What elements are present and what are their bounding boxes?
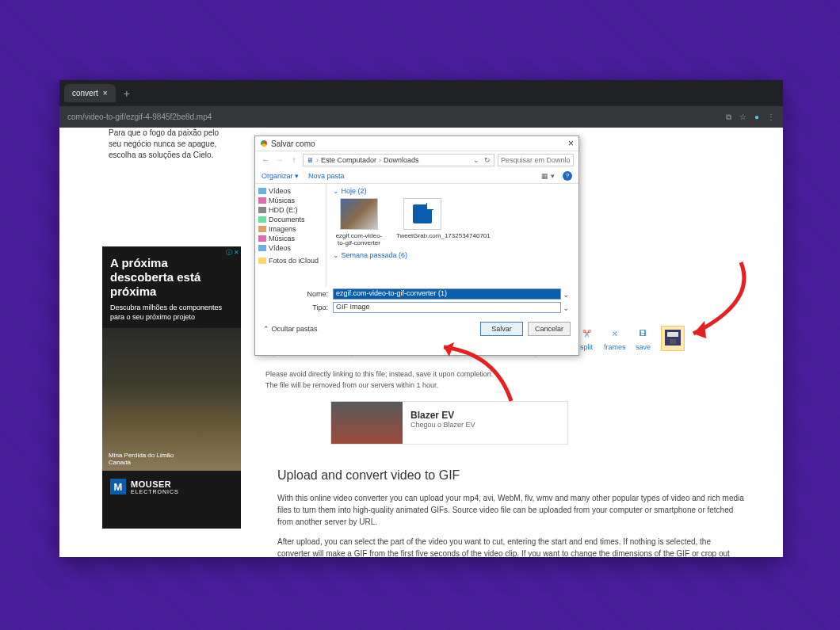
- tree-hdd[interactable]: HDD (E:): [258, 205, 323, 215]
- file-note: Please avoid directly linking to this fi…: [265, 369, 493, 391]
- dialog-title: Salvar como: [271, 139, 315, 148]
- search-input[interactable]: [498, 154, 574, 166]
- cancel-button[interactable]: Cancelar: [528, 322, 571, 336]
- article-heading: Upload and convert video to GIF: [277, 468, 745, 483]
- pc-icon: 🖥: [307, 156, 314, 164]
- file-thumb-icon: [340, 198, 378, 230]
- ad-headline: A próxima descoberta está próxima: [102, 246, 241, 304]
- annotation-arrow-save-tool: [678, 262, 757, 345]
- page-content: Para que o fogo da paixão pelo seu negóc…: [59, 128, 783, 557]
- group-today[interactable]: ⌄ Hoje (2): [333, 187, 572, 195]
- browser-tab[interactable]: convert ×: [64, 84, 116, 102]
- tool-cut[interactable]: ✂️split: [578, 326, 594, 351]
- article: Upload and convert video to GIF With thi…: [277, 468, 745, 557]
- help-icon[interactable]: ?: [563, 171, 572, 181]
- mid-ad-title: Blazer EV: [410, 410, 475, 421]
- split-icon: ⤭: [607, 326, 623, 342]
- article-p1: With this online video converter you can…: [277, 492, 745, 528]
- new-tab-button[interactable]: +: [124, 87, 130, 100]
- group-last-week[interactable]: ⌄ Semana passada (6): [333, 251, 572, 259]
- folder-tree: Vídeos Músicas HDD (E:) Documents Imagen…: [255, 184, 326, 287]
- new-folder-button[interactable]: Nova pasta: [308, 172, 345, 180]
- inline-ad[interactable]: Blazer EV Chegou o Blazer EV: [330, 401, 568, 445]
- up-arrow-icon[interactable]: ↑: [288, 155, 300, 164]
- url-bar: com/video-to-gif/ezgif-4-9845f2be8d.mp4 …: [59, 106, 783, 128]
- browser-window: convert × + com/video-to-gif/ezgif-4-984…: [59, 80, 783, 557]
- top-ad-copy: Para que o fogo da paixão pelo seu negóc…: [109, 128, 219, 161]
- ad-brand-sub: ELECTRONICS: [131, 489, 179, 494]
- chrome-icon: [260, 139, 268, 147]
- filename-input[interactable]: ezgif.com-video-to-gif-converter (1): [333, 288, 561, 300]
- save-button[interactable]: Salvar: [480, 322, 523, 336]
- tab-bar: convert × +: [59, 80, 783, 106]
- file-thumb-icon: [403, 198, 441, 230]
- file-item-1[interactable]: ezgif.com-video-to-gif-converter: [333, 198, 385, 246]
- forward-arrow-icon[interactable]: →: [274, 155, 285, 164]
- ad-logo: M MOUSER ELECTRONICS: [102, 471, 241, 502]
- dialog-title-bar: Salvar como ×: [255, 136, 578, 151]
- file-list: ⌄ Hoje (2) ezgif.com-video-to-gif-conver…: [326, 184, 578, 287]
- frames-icon: 🎞: [636, 326, 651, 342]
- close-icon[interactable]: ×: [568, 138, 574, 149]
- tree-music[interactable]: Músicas: [258, 196, 323, 205]
- ad-subtext: Descubra milhões de componentes para o s…: [102, 304, 241, 322]
- tree-videos-2[interactable]: Vídeos: [258, 243, 323, 253]
- mouser-logo-icon: M: [110, 479, 126, 494]
- mid-ad-sub: Chegou o Blazer EV: [410, 421, 475, 429]
- close-icon[interactable]: ×: [103, 89, 108, 97]
- dialog-toolbar: Organizar ▾ Nova pasta ▦ ▾ ?: [255, 168, 578, 184]
- dialog-nav: ← → ↑ 🖥 › Este Computador › Downloads ⌄ …: [255, 151, 578, 168]
- ad-caption: Mina Perdida do Limão Canadá: [109, 452, 174, 466]
- article-p2: After upload, you can select the part of…: [277, 536, 745, 557]
- ad-brand: MOUSER: [131, 479, 179, 489]
- tab-title: convert: [72, 89, 98, 97]
- ad-image: Mina Perdida do Limão Canadá: [102, 328, 241, 471]
- tool-split[interactable]: ⤭frames: [604, 326, 626, 351]
- tree-images[interactable]: Imagens: [258, 224, 323, 234]
- type-label: Tipo:: [295, 304, 333, 311]
- breadcrumb[interactable]: 🖥 › Este Computador › Downloads ⌄ ↻: [303, 154, 494, 166]
- back-arrow-icon[interactable]: ←: [260, 155, 271, 164]
- bookmark-icon[interactable]: ☆: [739, 113, 746, 121]
- ad-car-image: [331, 402, 403, 444]
- toolbar-right: ✂️split ⤭frames 🎞save: [578, 326, 685, 351]
- sidebar-ad[interactable]: ⓘ ✕ A próxima descoberta está próxima De…: [102, 246, 241, 529]
- refresh-icon[interactable]: ↻: [484, 156, 491, 164]
- menu-icon[interactable]: ⋮: [767, 113, 775, 121]
- ad-info-icon[interactable]: ⓘ ✕: [226, 248, 239, 257]
- dropdown-icon[interactable]: ⌄: [561, 304, 571, 312]
- tool-frames[interactable]: 🎞save: [636, 326, 651, 351]
- extension-icon[interactable]: ⧉: [726, 113, 731, 122]
- filetype-select[interactable]: GIF Image: [333, 302, 561, 313]
- scissors-icon: ✂️: [578, 326, 594, 342]
- tree-documents[interactable]: Documents: [258, 215, 323, 224]
- hide-folders-toggle[interactable]: ⌃ Ocultar pastas: [263, 325, 318, 333]
- tool-save[interactable]: [661, 326, 685, 351]
- profile-icon[interactable]: ●: [754, 113, 759, 121]
- tree-music-2[interactable]: Músicas: [258, 234, 323, 243]
- name-label: Nome:: [295, 290, 333, 298]
- view-mode-icon[interactable]: ▦ ▾: [541, 172, 555, 180]
- floppy-disk-icon: [665, 330, 681, 346]
- tree-videos[interactable]: Vídeos: [258, 186, 323, 196]
- save-as-dialog: Salvar como × ← → ↑ 🖥 › Este Computador …: [254, 136, 579, 356]
- dropdown-icon[interactable]: ⌄: [561, 290, 571, 299]
- file-item-2[interactable]: TweetGrab.com_1732534740701: [396, 198, 449, 246]
- tree-icloud[interactable]: Fotos do iCloud: [258, 256, 323, 265]
- url-text[interactable]: com/video-to-gif/ezgif-4-9845f2be8d.mp4: [67, 113, 212, 121]
- organize-menu[interactable]: Organizar ▾: [262, 172, 299, 180]
